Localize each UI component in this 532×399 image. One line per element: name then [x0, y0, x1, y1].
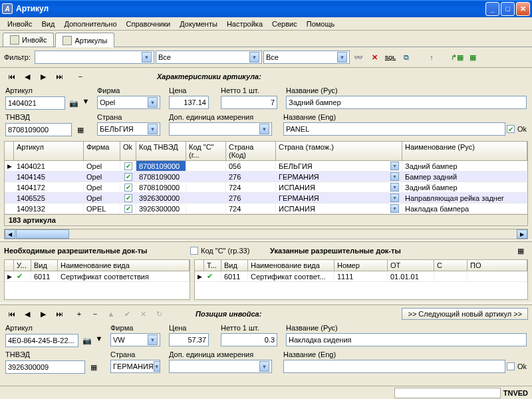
nav-minus-icon[interactable]: −: [88, 307, 102, 321]
col-tnved[interactable]: Код ТНВЭД: [136, 142, 186, 160]
chevron-down-icon[interactable]: ▼: [154, 361, 160, 372]
strana-combo[interactable]: БЕЛЬГИЯ▼: [97, 122, 160, 136]
tnved-input[interactable]: [5, 123, 72, 136]
up-arrow-icon[interactable]: ↑: [424, 50, 439, 65]
kod-c-checkbox[interactable]: [190, 247, 198, 255]
grid-icon[interactable]: ▦: [513, 243, 528, 258]
menu-additional[interactable]: Дополнительно: [59, 19, 121, 29]
nav-refresh-icon[interactable]: ↻: [152, 307, 166, 321]
netto-input[interactable]: [221, 96, 277, 109]
nav-plus-icon[interactable]: +: [72, 307, 86, 321]
nav-first-icon[interactable]: ⏮: [4, 307, 19, 321]
nav-first-icon[interactable]: ⏮: [4, 69, 19, 84]
camera-icon[interactable]: 📷: [66, 96, 80, 110]
chevron-down-icon[interactable]: ▼: [259, 124, 269, 134]
menu-references[interactable]: Справочники: [122, 19, 176, 29]
col-kodc[interactable]: Код "С" (г...: [186, 142, 226, 160]
binoculars-icon[interactable]: 👓: [351, 50, 366, 65]
scroll-thumb[interactable]: [16, 229, 69, 239]
grid-body[interactable]: ▶1404021Opel✔8708109000056БЕЛЬГИЯ▼Задний…: [5, 161, 527, 214]
col-ok[interactable]: Ok: [120, 142, 136, 160]
ok2-checkbox[interactable]: [507, 362, 515, 370]
chevron-down-icon[interactable]: ▼: [82, 97, 92, 109]
filter-combo-3[interactable]: Все▼: [263, 51, 350, 64]
chevron-down-icon[interactable]: ▼: [148, 334, 158, 345]
chevron-down-icon[interactable]: ▼: [148, 124, 158, 134]
col-firma[interactable]: Фирма: [84, 142, 120, 160]
cena-input[interactable]: [169, 96, 209, 109]
close-button[interactable]: ✕: [516, 2, 530, 16]
grid-hscroll[interactable]: ◀ ▶: [4, 229, 528, 239]
filter-combo-1[interactable]: ▼: [35, 51, 154, 64]
chevron-down-icon[interactable]: ▼: [142, 52, 152, 63]
maximize-button[interactable]: □: [501, 2, 515, 16]
artikul2-input[interactable]: [5, 334, 78, 347]
scroll-right-icon[interactable]: ▶: [517, 229, 527, 239]
minimize-button[interactable]: _: [485, 2, 499, 16]
nameen-input[interactable]: [283, 122, 505, 136]
table-row[interactable]: 1406525Opel✔3926300000276ГЕРМАНИЯ▼Направ…: [5, 193, 527, 203]
strana2-combo[interactable]: ГЕРМАНИЯ▼: [110, 360, 160, 373]
table-row[interactable]: ▶ ✔ 6011 Сертификат соответ... 1111 01.0…: [195, 271, 527, 282]
col-artikul[interactable]: Артикул: [14, 142, 84, 160]
chevron-down-icon[interactable]: ▼: [249, 52, 259, 63]
nameen2-input[interactable]: [283, 360, 505, 373]
scroll-left-icon[interactable]: ◀: [5, 229, 15, 239]
calendar-icon[interactable]: ▦: [86, 360, 101, 374]
next-article-button[interactable]: >> Следующий новый артикул >>: [402, 308, 528, 320]
nav-last-icon[interactable]: ⏭: [52, 307, 66, 321]
filter-combo-2[interactable]: Все▼: [156, 51, 262, 64]
table-row[interactable]: 1404145Opel✔8708109000276ГЕРМАНИЯ▼Бампер…: [5, 172, 527, 182]
nav-cancel-icon[interactable]: ✕: [136, 307, 150, 321]
col-strana-kod[interactable]: Страна (Код): [226, 142, 276, 160]
nav-edit-icon[interactable]: ▲: [104, 307, 118, 321]
chevron-down-icon[interactable]: ▼: [259, 361, 269, 372]
camera-icon[interactable]: 📷: [80, 333, 94, 348]
calendar-icon[interactable]: ▦: [73, 122, 88, 137]
excel-icon[interactable]: ▦: [466, 50, 480, 65]
col-name[interactable]: Наименование (Рус): [402, 142, 527, 160]
ok-checkbox[interactable]: ✔: [507, 125, 515, 133]
tnved2-input[interactable]: [5, 360, 85, 374]
menu-invoice[interactable]: Инвойс: [3, 19, 37, 29]
nav-check-icon[interactable]: ✔: [120, 307, 134, 321]
sql-icon[interactable]: SQL: [383, 50, 398, 65]
nav-next-icon[interactable]: ▶: [36, 69, 51, 84]
chevron-down-icon[interactable]: ▼: [95, 334, 105, 346]
tree-icon[interactable]: ⧉: [399, 50, 414, 65]
tab-articles[interactable]: Артикулы: [55, 33, 114, 47]
table-row[interactable]: ▶ ✔ 6011 Сертификат соответствия: [5, 271, 190, 282]
nameru2-input[interactable]: [286, 333, 527, 346]
cena2-input[interactable]: [169, 333, 209, 346]
menu-view[interactable]: Вид: [37, 19, 59, 29]
nav-next-icon[interactable]: ▶: [36, 307, 51, 321]
artikul-input[interactable]: [5, 96, 65, 110]
export-excel-icon[interactable]: ↱▦: [450, 50, 464, 65]
chevron-down-icon[interactable]: ▼: [337, 52, 347, 63]
menu-service[interactable]: Сервис: [267, 19, 302, 29]
nav-prev-icon[interactable]: ◀: [20, 307, 35, 321]
nav-prev-icon[interactable]: ◀: [20, 69, 35, 84]
table-row[interactable]: ▶1404021Opel✔8708109000056БЕЛЬГИЯ▼Задний…: [5, 161, 527, 172]
nav-minus-icon[interactable]: −: [73, 69, 88, 84]
table-row[interactable]: 1404172Opel✔8708109000724ИСПАНИЯ▼Задний …: [5, 182, 527, 193]
menu-documents[interactable]: Документы: [175, 19, 222, 29]
tab-invoice[interactable]: Инвойс: [3, 33, 54, 47]
firma-label: Фирма: [97, 86, 164, 94]
dop2-combo[interactable]: ▼: [169, 360, 272, 373]
firma-combo[interactable]: Opel▼: [97, 96, 160, 109]
firma2-combo[interactable]: VW▼: [110, 333, 160, 346]
dop-combo[interactable]: ▼: [169, 122, 272, 136]
delete-icon[interactable]: ✕: [367, 50, 382, 65]
section2-row1: Артикул 📷▼ Фирма VW▼ Цена Нетто 1 шт. На…: [0, 323, 532, 349]
menu-help[interactable]: Помощь: [302, 19, 340, 29]
nameru-input[interactable]: [286, 96, 527, 109]
menu-settings[interactable]: Настройка: [222, 19, 267, 29]
ok-label: Ok: [517, 125, 527, 133]
netto2-input[interactable]: [221, 333, 277, 346]
nav-last-icon[interactable]: ⏭: [52, 69, 66, 84]
col-strana-tam[interactable]: Страна (тамож.): [276, 142, 402, 160]
chevron-down-icon[interactable]: ▼: [148, 97, 158, 108]
table-row[interactable]: 1409132OPEL✔3926300000724ИСПАНИЯ▼Накладк…: [5, 203, 527, 214]
menubar: Инвойс Вид Дополнительно Справочники Док…: [0, 17, 532, 31]
